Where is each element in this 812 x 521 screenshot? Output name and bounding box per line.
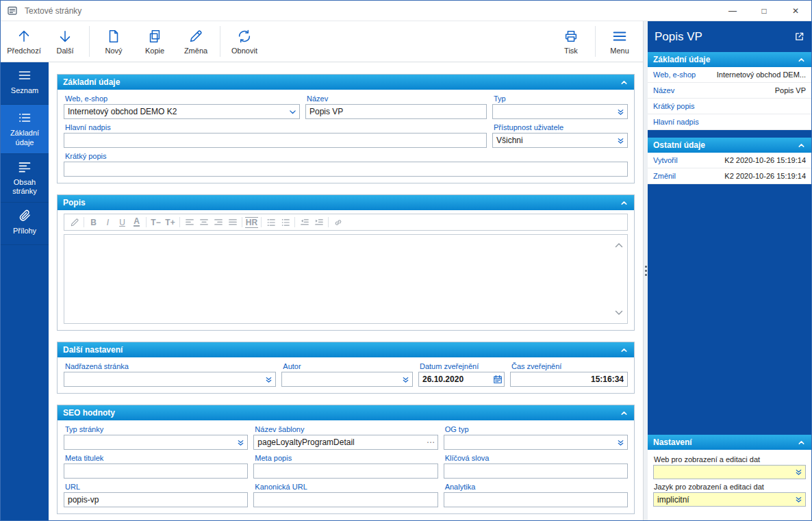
double-chevron-down-icon[interactable]: [399, 372, 412, 386]
type-input[interactable]: [496, 105, 614, 118]
rich-text-toolbar: B I U A T− T+: [64, 214, 628, 231]
chevron-up-icon[interactable]: [797, 141, 806, 150]
underline-button[interactable]: U: [115, 216, 129, 229]
panel-section-header-other[interactable]: Ostatní údaje: [648, 138, 811, 153]
scroll-up-icon[interactable]: [613, 240, 624, 251]
unordered-list-button[interactable]: [278, 216, 292, 229]
align-justify-button[interactable]: [225, 216, 240, 229]
outdent-button[interactable]: [297, 216, 312, 229]
section-title: Základní údaje: [63, 77, 120, 87]
info-label: Krátký popis: [653, 102, 695, 110]
og-type-input[interactable]: [448, 435, 614, 449]
font-larger-button[interactable]: T+: [163, 216, 177, 229]
edit-pencil-icon: [70, 218, 79, 227]
menu-button[interactable]: Menu: [599, 23, 640, 60]
section-header-basic-info[interactable]: Základní údaje: [58, 75, 634, 90]
double-chevron-down-icon[interactable]: [262, 372, 275, 386]
section-header-seo[interactable]: SEO hodnoty: [58, 405, 634, 420]
parent-page-input[interactable]: [68, 372, 262, 386]
double-chevron-down-icon[interactable]: [614, 105, 627, 118]
double-chevron-down-icon[interactable]: [792, 466, 805, 479]
font-color-button[interactable]: A: [129, 216, 144, 229]
italic-button[interactable]: I: [101, 216, 115, 229]
align-center-button[interactable]: [196, 216, 211, 229]
align-right-button[interactable]: [211, 216, 225, 229]
template-name-input[interactable]: [257, 435, 424, 449]
display-language-input[interactable]: [657, 493, 792, 506]
double-chevron-down-icon[interactable]: [792, 493, 805, 506]
field-url: URL: [64, 481, 248, 507]
align-left-button[interactable]: [182, 216, 196, 229]
double-chevron-down-icon[interactable]: [614, 435, 627, 449]
horizontal-rule-button[interactable]: HR: [244, 216, 259, 229]
section-header-other-settings[interactable]: Další nastavení: [58, 342, 634, 357]
field-template-name: Název šablony ⋯: [253, 424, 437, 450]
panel-filler: [648, 184, 811, 435]
url-input[interactable]: [68, 493, 247, 507]
font-color-icon: A: [134, 218, 140, 227]
publish-date-input[interactable]: [422, 372, 491, 386]
chevron-up-icon[interactable]: [620, 346, 629, 355]
canonical-url-input[interactable]: [257, 493, 437, 507]
og-type-label: OG typ: [445, 425, 628, 433]
refresh-button[interactable]: Obnovit: [224, 23, 265, 60]
change-button[interactable]: Změna: [175, 23, 216, 60]
display-web-input[interactable]: [657, 466, 792, 479]
scroll-down-icon[interactable]: [613, 307, 624, 318]
close-button[interactable]: ✕: [780, 1, 811, 21]
canonical-url-label: Kanonická URL: [255, 483, 437, 491]
chevron-up-icon[interactable]: [797, 438, 806, 447]
editor-separator: [84, 217, 84, 227]
publish-time-input[interactable]: [514, 372, 627, 386]
next-button[interactable]: Další: [45, 23, 86, 60]
new-button[interactable]: Nový: [93, 23, 134, 60]
sidebar-item-seznam[interactable]: Seznam: [1, 62, 49, 105]
web-eshop-input[interactable]: [68, 105, 286, 118]
double-chevron-down-icon[interactable]: [234, 435, 247, 449]
field-author: Autor: [281, 361, 413, 387]
indent-button[interactable]: [312, 216, 326, 229]
author-input[interactable]: [286, 372, 399, 386]
main-heading-input[interactable]: [68, 134, 486, 147]
page-type-input[interactable]: [68, 435, 234, 449]
double-chevron-down-icon[interactable]: [614, 134, 627, 147]
chevron-down-icon[interactable]: [286, 105, 299, 118]
sidebar-item-zakladni-udaje[interactable]: Základní údaje: [1, 105, 49, 154]
user-access-input[interactable]: [496, 134, 614, 147]
bold-button[interactable]: B: [86, 216, 101, 229]
minimize-button[interactable]: —: [717, 1, 748, 21]
panel-splitter[interactable]: [643, 21, 648, 520]
panel-section-header-basic[interactable]: Základní údaje: [648, 52, 811, 67]
link-button[interactable]: [331, 216, 345, 229]
chevron-up-icon[interactable]: [620, 199, 629, 207]
open-in-window-icon[interactable]: [794, 31, 804, 42]
chevron-up-icon[interactable]: [620, 78, 629, 87]
chevron-up-icon[interactable]: [620, 409, 629, 418]
description-editor-area[interactable]: [64, 234, 628, 324]
analytics-input[interactable]: [448, 493, 627, 507]
font-smaller-button[interactable]: T−: [149, 216, 163, 229]
calendar-icon[interactable]: [491, 372, 504, 386]
copy-button[interactable]: Kopie: [134, 23, 175, 60]
panel-section-header-settings[interactable]: Nastavení: [648, 435, 811, 450]
section-header-description[interactable]: Popis: [58, 195, 634, 210]
maximize-button[interactable]: □: [748, 1, 780, 21]
ellipsis-icon[interactable]: ⋯: [424, 435, 437, 449]
info-value: K2 2020-10-26 15:19:14: [720, 156, 806, 164]
sidebar-item-obsah-stranky[interactable]: Obsah stránky: [1, 154, 49, 203]
sidebar-item-prilohy[interactable]: Přílohy: [1, 203, 49, 245]
short-description-input[interactable]: [68, 162, 627, 176]
print-button[interactable]: Tisk: [550, 23, 592, 60]
chevron-up-icon[interactable]: [797, 55, 806, 64]
info-row: Název Popis VP: [648, 83, 811, 99]
meta-description-input[interactable]: [257, 464, 437, 478]
previous-button[interactable]: Předchozí: [3, 23, 45, 60]
meta-title-input[interactable]: [68, 464, 247, 478]
ordered-list-button[interactable]: [264, 216, 278, 229]
toolbar-separator: [89, 26, 90, 57]
type-label: Typ: [494, 94, 628, 103]
name-input[interactable]: [309, 105, 486, 118]
edit-button[interactable]: [67, 216, 81, 229]
toolbar-separator: [220, 26, 220, 57]
keywords-input[interactable]: [448, 464, 627, 478]
